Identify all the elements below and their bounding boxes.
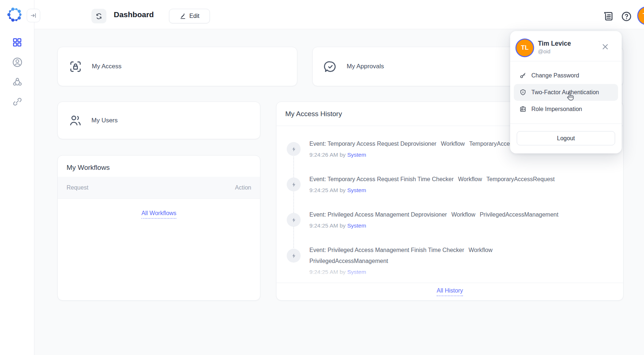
divider [58,198,260,199]
event-author-link[interactable]: System [347,269,366,275]
sidebar-nav [0,35,34,109]
network-nodes-icon [12,76,23,88]
menu-item-change-password[interactable]: Change Password [514,67,618,84]
dashboard-page: Dashboard Edit [0,0,644,355]
avatar-initials: TL [521,44,529,51]
id-badge-icon [519,106,527,113]
my-workflows-title: My Workflows [67,156,110,179]
event-text: Event: Temporary Access Request Deprovis… [309,141,436,147]
close-button[interactable] [600,42,610,51]
event-author-link[interactable]: System [347,152,366,158]
my-approvals-label: My Approvals [347,63,384,70]
arrow-bar-right-icon [30,12,37,19]
event-workflow-name: PrivilegedAccessManagement [480,211,558,218]
top-header: Dashboard Edit [34,0,644,29]
message-check-icon [323,59,338,74]
divider [510,61,622,61]
my-access-card[interactable]: My Access [57,47,297,86]
shield-icon [519,89,527,96]
my-users-card[interactable]: My Users [57,102,260,139]
page-title: Dashboard [114,0,154,29]
avatar-initials: TL [643,12,644,19]
changelog-icon [602,10,614,22]
event-workflow-name: PrivilegedAccessManagement [309,258,388,264]
divider [276,283,623,283]
divider [510,123,622,124]
event-time: 9:24:25 AM by [309,187,346,193]
event-text: Event: Privileged Access Management Depr… [309,211,447,218]
event-author-link[interactable]: System [347,222,366,229]
user-name: Tim Levice [538,40,571,47]
logout-button[interactable]: Logout [517,131,615,145]
bolt-icon [287,213,301,227]
all-history-link[interactable]: All History [437,287,463,296]
event-text: Event: Privileged Access Management Fini… [309,247,464,253]
all-workflows-link[interactable]: All Workflows [142,210,177,219]
bolt-icon [287,142,301,156]
my-users-label: My Users [91,117,118,124]
history-event-row[interactable]: Event: Temporary Access Request Finish T… [309,174,609,196]
history-event-row[interactable]: Event: Privileged Access Management Fini… [309,245,609,278]
event-workflow-label: Workflow [451,211,475,218]
event-workflow-name: TemporaryAccessRequest [486,176,555,182]
bolt-icon [287,249,301,263]
sidebar-item-links[interactable] [10,94,25,109]
my-workflows-card: My Workflows Request Action All Workflow… [57,155,260,301]
history-event-row[interactable]: Event: Privileged Access Management Depr… [309,209,609,231]
menu-item-two-factor-authentication[interactable]: Two-Factor Authentication [514,84,618,101]
workflows-table-header: Request Action [58,177,260,198]
my-access-history-title: My Access History [285,102,342,126]
user-menu-dropdown: TL Tim Levice @oid Change Password [510,31,622,153]
sidebar-item-profile[interactable] [10,55,25,69]
event-text: Event: Temporary Access Request Finish T… [309,176,454,182]
event-time: 9:24:25 AM by [309,222,346,229]
key-icon [519,72,527,79]
column-action: Action [235,184,251,191]
event-time: 9:24:25 AM by [309,269,346,275]
dashboard-grid-icon [12,37,23,48]
user-menu-avatar: TL [516,39,533,56]
event-time: 9:24:26 AM by [309,152,346,158]
bolt-icon [287,178,301,191]
app-logo-icon [6,6,23,23]
menu-item-label: Role Impersonation [531,106,582,112]
refresh-button[interactable] [91,9,106,23]
event-workflow-label: Workflow [468,247,493,253]
pencil-icon [180,13,186,19]
help-icon [621,11,632,22]
close-icon [601,42,610,51]
users-icon [68,113,83,128]
user-avatar-button[interactable]: TL [638,7,644,24]
sidebar-collapse-button[interactable] [27,9,40,22]
sidebar-item-workflows[interactable] [10,75,25,89]
edit-button-label: Edit [189,13,200,19]
column-request: Request [67,184,88,191]
event-workflow-label: Workflow [458,176,482,182]
edit-button[interactable]: Edit [169,9,210,23]
event-workflow-label: Workflow [441,141,465,147]
scan-lock-icon [68,59,83,74]
event-author-link[interactable]: System [347,187,366,193]
sidebar-item-dashboard[interactable] [10,35,25,50]
menu-item-role-impersonation[interactable]: Role Impersonation [514,101,618,118]
timeline-connector [293,149,294,263]
my-access-label: My Access [92,63,121,70]
user-handle: @oid [538,49,550,54]
menu-item-label: Two-Factor Authentication [531,89,599,96]
menu-item-label: Change Password [531,72,579,79]
changelog-button[interactable] [602,10,614,22]
sidebar [0,0,34,355]
link-icon [12,96,23,107]
user-circle-icon [12,57,23,68]
refresh-icon [95,13,102,20]
help-button[interactable] [620,10,633,23]
